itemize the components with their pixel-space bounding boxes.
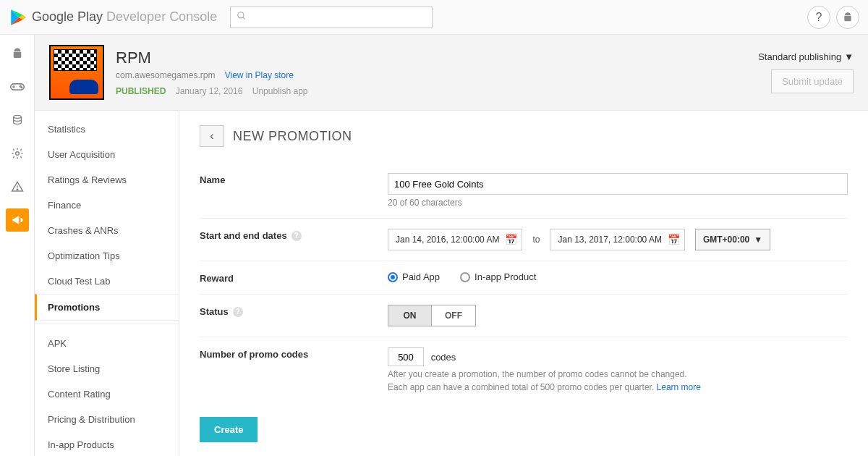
start-date-input[interactable]: Jan 14, 2016, 12:00:00 AM 📅 <box>388 229 522 250</box>
rail-android-icon[interactable] <box>6 42 29 65</box>
view-in-store-link[interactable]: View in Play store <box>225 70 294 80</box>
search-icon <box>237 11 247 23</box>
unpublish-link[interactable]: Unpublish app <box>252 86 308 96</box>
main-content: ‹ NEW PROMOTION Name 20 of 60 characters… <box>179 111 868 456</box>
sidebar-item-user-acquisition[interactable]: User Acquisition <box>35 142 179 167</box>
help-icon[interactable]: ? <box>807 6 830 29</box>
help-icon[interactable]: ? <box>292 231 302 241</box>
play-logo <box>9 8 27 27</box>
codes-suffix: codes <box>431 352 456 363</box>
reward-paid-app-radio[interactable]: Paid App <box>388 271 440 282</box>
svg-line-5 <box>243 17 245 20</box>
publishing-mode-dropdown[interactable]: Standard publishing ▼ <box>758 51 854 62</box>
sidebar-item-crashes-anrs[interactable]: Crashes & ANRs <box>35 218 179 243</box>
sidebar-item-content-rating[interactable]: Content Rating <box>35 381 179 407</box>
android-account-icon[interactable] <box>836 6 859 29</box>
brand-part1: Google Play <box>32 9 103 24</box>
app-title: RPM <box>116 48 308 67</box>
play-store-icon <box>9 8 27 27</box>
section-sidebar: Statistics User Acquisition Ratings & Re… <box>35 111 179 456</box>
status-off-button[interactable]: OFF <box>432 305 475 326</box>
svg-point-11 <box>13 115 21 118</box>
end-date-value: Jan 13, 2017, 12:00:00 AM <box>558 235 661 245</box>
status-on-button[interactable]: ON <box>388 305 432 326</box>
page-title: NEW PROMOTION <box>233 129 352 144</box>
left-rail <box>0 35 35 456</box>
rail-gamepad-icon[interactable] <box>6 75 29 98</box>
app-icon <box>49 45 104 100</box>
publishing-mode-label: Standard publishing <box>758 51 841 62</box>
promo-codes-input[interactable] <box>388 347 424 366</box>
back-button[interactable]: ‹ <box>200 125 224 147</box>
rail-alert-icon[interactable] <box>6 175 29 198</box>
sidebar-item-ratings-reviews[interactable]: Ratings & Reviews <box>35 167 179 193</box>
learn-more-link[interactable]: Learn more <box>657 382 701 392</box>
reward-iap-label: In-app Product <box>475 271 536 282</box>
sidebar-item-pricing-distribution[interactable]: Pricing & Distribution <box>35 407 179 432</box>
submit-update-button[interactable]: Submit update <box>771 69 854 93</box>
to-label: to <box>532 235 540 245</box>
label-status: Status <box>200 306 229 317</box>
chevron-down-icon: ▼ <box>844 51 854 62</box>
reward-iap-radio[interactable]: In-app Product <box>460 271 536 282</box>
sidebar-item-cloud-test-lab[interactable]: Cloud Test Lab <box>35 269 179 294</box>
timezone-value: GMT+00:00 <box>703 235 749 245</box>
timezone-dropdown[interactable]: GMT+00:00 ▼ <box>695 229 770 250</box>
rail-gear-icon[interactable] <box>6 142 29 165</box>
label-dates: Start and end dates <box>200 230 287 241</box>
codes-hint2: Each app can have a combined total of 50… <box>388 382 657 392</box>
chevron-left-icon: ‹ <box>210 130 213 143</box>
codes-hint1: After you create a promotion, the number… <box>388 369 848 379</box>
brand-part2: Developer Console <box>106 9 217 24</box>
label-reward: Reward <box>200 271 388 284</box>
search-input[interactable] <box>230 7 433 28</box>
brand-text: Google Play Developer Console <box>32 9 217 25</box>
chevron-down-icon: ▼ <box>754 235 762 245</box>
sidebar-item-finance[interactable]: Finance <box>35 193 179 218</box>
sidebar-item-optimization-tips[interactable]: Optimization Tips <box>35 243 179 269</box>
app-package: com.awesomegames.rpm <box>116 70 215 80</box>
reward-paid-label: Paid App <box>402 271 440 282</box>
radio-checked-icon <box>388 272 398 282</box>
calendar-icon: 📅 <box>668 234 680 245</box>
label-name: Name <box>200 173 388 185</box>
sidebar-item-statistics[interactable]: Statistics <box>35 117 179 142</box>
sidebar-item-in-app-products[interactable]: In-app Products <box>35 432 179 456</box>
end-date-input[interactable]: Jan 13, 2017, 12:00:00 AM 📅 <box>550 229 684 250</box>
svg-point-10 <box>21 87 22 88</box>
rail-database-icon[interactable] <box>6 109 29 132</box>
sidebar-item-apk[interactable]: APK <box>35 331 179 356</box>
promotion-name-input[interactable] <box>388 173 848 195</box>
svg-point-12 <box>15 152 19 156</box>
rail-promotion-icon[interactable] <box>6 208 29 232</box>
calendar-icon: 📅 <box>505 234 517 245</box>
label-codes: Number of promo codes <box>200 347 388 360</box>
name-char-counter: 20 of 60 characters <box>388 198 848 208</box>
start-date-value: Jan 14, 2016, 12:00:00 AM <box>396 235 499 245</box>
help-icon[interactable]: ? <box>233 307 243 317</box>
svg-point-4 <box>238 12 244 18</box>
create-button[interactable]: Create <box>200 417 258 442</box>
app-header: RPM com.awesomegames.rpm View in Play st… <box>35 35 868 111</box>
status-toggle: ON OFF <box>388 305 476 326</box>
sidebar-item-store-listing[interactable]: Store Listing <box>35 356 179 381</box>
sidebar-item-promotions[interactable]: Promotions <box>35 294 179 321</box>
top-bar: Google Play Developer Console ? <box>0 0 868 35</box>
app-status: PUBLISHED <box>116 86 166 96</box>
svg-point-14 <box>17 189 18 190</box>
app-publish-date: January 12, 2016 <box>176 86 243 96</box>
radio-unchecked-icon <box>460 272 470 282</box>
